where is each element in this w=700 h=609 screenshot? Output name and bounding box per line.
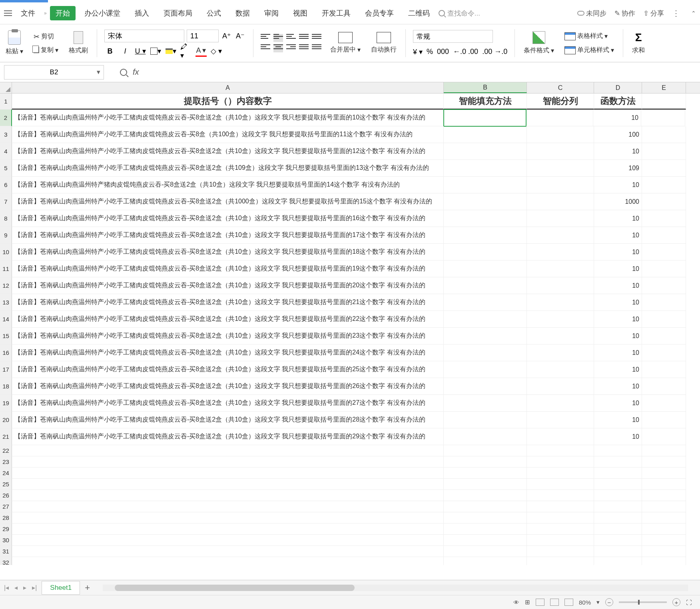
row-header-31[interactable]: 31 bbox=[0, 546, 12, 557]
row-header-22[interactable]: 22 bbox=[0, 445, 12, 456]
sheet-nav-next[interactable]: ▸ bbox=[23, 584, 26, 591]
cell-D12[interactable]: 10 bbox=[594, 277, 642, 294]
cell-D11[interactable]: 10 bbox=[594, 261, 642, 277]
cell-B7[interactable] bbox=[444, 193, 527, 210]
active-document-tab[interactable] bbox=[0, 0, 48, 2]
cell-style-button[interactable]: 单元格样式 ▾ bbox=[563, 45, 616, 55]
cell-C19[interactable] bbox=[527, 395, 594, 412]
tab-formula[interactable]: 公式 bbox=[201, 6, 227, 20]
row-header-4[interactable]: 4 bbox=[0, 143, 12, 160]
decrease-indent-button[interactable] bbox=[299, 34, 309, 42]
cell-C31[interactable] bbox=[527, 546, 594, 557]
zoom-dropdown-icon[interactable]: ▾ bbox=[596, 599, 600, 606]
cell-B30[interactable] bbox=[444, 535, 527, 546]
cell-B16[interactable] bbox=[444, 344, 527, 361]
tab-view[interactable]: 视图 bbox=[287, 6, 313, 20]
cell-B19[interactable] bbox=[444, 395, 527, 412]
format-painter-icon[interactable] bbox=[74, 31, 83, 44]
row-header-12[interactable]: 12 bbox=[0, 277, 12, 294]
cell-A3[interactable]: 【汤音】苍南矾山肉燕温州特产小吃手工猪肉皮馄饨燕皮云吞-买8盒（共100盒）这段… bbox=[12, 126, 444, 143]
cell-E16[interactable] bbox=[642, 344, 686, 361]
cell-A26[interactable] bbox=[12, 490, 444, 501]
fill-color-button[interactable]: ▾ bbox=[165, 46, 176, 57]
cell-B21[interactable] bbox=[444, 428, 527, 445]
cell-D26[interactable] bbox=[594, 490, 642, 501]
cell-E1[interactable] bbox=[642, 94, 686, 109]
cell-E4[interactable] bbox=[642, 143, 686, 160]
cell-A7[interactable]: 【汤音】苍南矾山肉燕温州特产小吃手工猪肉皮馄饨燕皮云吞-买8盒送2盒（共1000… bbox=[12, 193, 444, 210]
select-all-cells[interactable] bbox=[0, 82, 12, 93]
cell-E20[interactable] bbox=[642, 412, 686, 428]
merge-icon[interactable] bbox=[338, 32, 353, 43]
cell-C12[interactable] bbox=[527, 277, 594, 294]
cell-B18[interactable] bbox=[444, 378, 527, 395]
cell-B2[interactable] bbox=[443, 109, 526, 127]
tab-dev-tools[interactable]: 开发工具 bbox=[316, 6, 356, 20]
cell-C2[interactable] bbox=[526, 109, 593, 126]
collaborate-button[interactable]: ✎ 协作 bbox=[614, 9, 635, 18]
row-header-29[interactable]: 29 bbox=[0, 523, 12, 535]
more-options[interactable]: ⋮ bbox=[672, 8, 680, 18]
cell-D3[interactable]: 100 bbox=[594, 126, 642, 143]
sheet-tab-1[interactable]: Sheet1 bbox=[42, 581, 80, 595]
cell-B23[interactable] bbox=[444, 456, 527, 468]
cell-A11[interactable]: 【汤音】苍南矾山肉燕温州特产小吃手工猪肉皮馄饨燕皮云吞-买8盒送2盒（共10盒）… bbox=[12, 261, 444, 277]
zoom-slider[interactable] bbox=[619, 601, 667, 603]
cell-C28[interactable] bbox=[527, 512, 594, 523]
cell-A23[interactable] bbox=[12, 456, 444, 468]
sheet-nav-prev[interactable]: ◂ bbox=[14, 584, 18, 591]
col-header-C[interactable]: C bbox=[527, 82, 594, 93]
cell-B1[interactable]: 智能填充方法 bbox=[444, 94, 527, 109]
cell-D7[interactable]: 1000 bbox=[594, 193, 642, 210]
tab-data[interactable]: 数据 bbox=[230, 6, 255, 20]
row-header-15[interactable]: 15 bbox=[0, 328, 12, 344]
tab-office-class[interactable]: 办公小课堂 bbox=[79, 6, 126, 20]
align-left-button[interactable] bbox=[261, 44, 270, 52]
cell-B5[interactable] bbox=[444, 160, 527, 177]
row-header-13[interactable]: 13 bbox=[0, 294, 12, 311]
cell-B27[interactable] bbox=[444, 501, 527, 512]
row-header-18[interactable]: 18 bbox=[0, 378, 12, 395]
cell-C26[interactable] bbox=[527, 490, 594, 501]
cell-E10[interactable] bbox=[642, 244, 686, 261]
cell-C20[interactable] bbox=[527, 412, 594, 428]
zoom-out-button[interactable]: − bbox=[605, 598, 613, 606]
increase-font-button[interactable]: A⁺ bbox=[221, 30, 232, 42]
cell-B13[interactable] bbox=[444, 294, 527, 311]
cell-E2[interactable] bbox=[641, 109, 685, 126]
cell-C6[interactable] bbox=[527, 177, 594, 193]
cell-C16[interactable] bbox=[527, 344, 594, 361]
number-format-select[interactable] bbox=[413, 30, 493, 43]
tab-home[interactable]: 开始 bbox=[50, 6, 76, 20]
cell-D4[interactable]: 10 bbox=[594, 143, 642, 160]
cell-A13[interactable]: 【汤音】苍南矾山肉燕温州特产小吃手工猪肉皮馄饨燕皮云吞-买8盒送2盒（共10盒）… bbox=[12, 294, 444, 311]
col-header-B[interactable]: B bbox=[444, 82, 527, 93]
cell-B24[interactable] bbox=[444, 468, 527, 479]
row-header-10[interactable]: 10 bbox=[0, 244, 12, 261]
tab-qrcode[interactable]: 二维码 bbox=[403, 6, 435, 20]
cell-C32[interactable] bbox=[527, 557, 594, 565]
cell-B6[interactable] bbox=[444, 177, 527, 193]
cell-B4[interactable] bbox=[444, 143, 527, 160]
font-size-select[interactable] bbox=[187, 30, 219, 42]
cell-A31[interactable] bbox=[12, 546, 444, 557]
cell-B12[interactable] bbox=[444, 277, 527, 294]
cell-E8[interactable] bbox=[642, 210, 686, 227]
cell-A9[interactable]: 【汤音】苍南矾山肉燕温州特产小吃手工猪肉皮馄饨燕皮云吞-买8盒送2盒（共10盒）… bbox=[12, 227, 444, 244]
cell-E11[interactable] bbox=[642, 261, 686, 277]
cell-B8[interactable] bbox=[444, 210, 527, 227]
cell-C25[interactable] bbox=[527, 479, 594, 490]
cell-D18[interactable]: 10 bbox=[594, 378, 642, 395]
collapse-ribbon-icon[interactable]: ⌃ bbox=[691, 10, 696, 16]
cell-A10[interactable]: 【汤音】苍南矾山肉燕温州特产小吃手工猪肉皮馄饨燕皮云吞-买8盒送2盒（共10盒）… bbox=[12, 244, 444, 261]
cell-E29[interactable] bbox=[642, 523, 686, 535]
border-button[interactable]: ▾ bbox=[150, 46, 161, 57]
cell-D29[interactable] bbox=[594, 523, 642, 535]
cell-E5[interactable] bbox=[642, 160, 686, 177]
name-box[interactable]: B2 bbox=[4, 65, 104, 80]
font-name-select[interactable] bbox=[104, 30, 184, 42]
row-header-24[interactable]: 24 bbox=[0, 468, 12, 479]
wrap-icon[interactable] bbox=[377, 32, 391, 43]
cell-E6[interactable] bbox=[642, 177, 686, 193]
cell-C13[interactable] bbox=[527, 294, 594, 311]
